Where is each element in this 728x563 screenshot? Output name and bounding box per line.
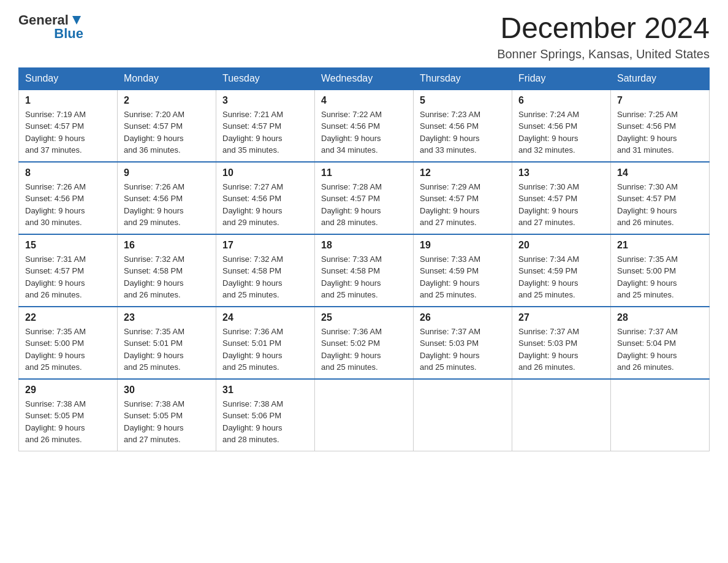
day-number: 19 <box>420 240 506 251</box>
day-number: 17 <box>222 240 308 251</box>
calendar-cell: 14Sunrise: 7:30 AMSunset: 4:57 PMDayligh… <box>611 162 710 234</box>
col-header-tuesday: Tuesday <box>216 67 315 90</box>
day-info: Sunrise: 7:36 AMSunset: 5:02 PMDaylight:… <box>321 326 407 373</box>
day-info: Sunrise: 7:34 AMSunset: 4:59 PMDaylight:… <box>518 253 604 301</box>
calendar-cell: 28Sunrise: 7:37 AMSunset: 5:04 PMDayligh… <box>611 307 710 379</box>
day-number: 18 <box>321 240 407 251</box>
calendar-cell: 23Sunrise: 7:35 AMSunset: 5:01 PMDayligh… <box>118 307 216 379</box>
day-info: Sunrise: 7:38 AMSunset: 5:05 PMDaylight:… <box>25 398 111 446</box>
calendar-cell: 3Sunrise: 7:21 AMSunset: 4:57 PMDaylight… <box>216 90 315 162</box>
calendar-cell: 2Sunrise: 7:20 AMSunset: 4:57 PMDaylight… <box>118 90 216 162</box>
col-header-sunday: Sunday <box>19 67 118 90</box>
day-number: 5 <box>420 95 506 106</box>
col-header-monday: Monday <box>118 67 216 90</box>
title-section: December 2024 Bonner Springs, Kansas, Un… <box>497 12 710 61</box>
svg-marker-0 <box>72 16 81 25</box>
calendar-cell: 26Sunrise: 7:37 AMSunset: 5:03 PMDayligh… <box>414 307 512 379</box>
day-number: 22 <box>25 312 111 323</box>
location-subtitle: Bonner Springs, Kansas, United States <box>497 47 710 61</box>
day-info: Sunrise: 7:37 AMSunset: 5:03 PMDaylight:… <box>420 326 506 373</box>
logo-triangle-icon <box>70 13 83 27</box>
day-info: Sunrise: 7:27 AMSunset: 4:56 PMDaylight:… <box>222 181 308 229</box>
day-number: 14 <box>617 167 703 178</box>
calendar-cell: 4Sunrise: 7:22 AMSunset: 4:56 PMDaylight… <box>315 90 414 162</box>
week-row-1: 1Sunrise: 7:19 AMSunset: 4:57 PMDaylight… <box>19 90 710 162</box>
day-number: 20 <box>518 240 604 251</box>
day-number: 26 <box>420 312 506 323</box>
day-info: Sunrise: 7:30 AMSunset: 4:57 PMDaylight:… <box>518 181 604 229</box>
logo: General Blue <box>18 12 83 42</box>
day-info: Sunrise: 7:23 AMSunset: 4:56 PMDaylight:… <box>420 109 506 156</box>
col-header-saturday: Saturday <box>611 67 710 90</box>
header-row: SundayMondayTuesdayWednesdayThursdayFrid… <box>19 67 710 90</box>
calendar-cell: 8Sunrise: 7:26 AMSunset: 4:56 PMDaylight… <box>19 162 118 234</box>
day-info: Sunrise: 7:37 AMSunset: 5:03 PMDaylight:… <box>518 326 604 373</box>
calendar-cell: 13Sunrise: 7:30 AMSunset: 4:57 PMDayligh… <box>512 162 611 234</box>
day-info: Sunrise: 7:33 AMSunset: 4:59 PMDaylight:… <box>420 253 506 301</box>
day-info: Sunrise: 7:22 AMSunset: 4:56 PMDaylight:… <box>321 109 407 156</box>
day-number: 31 <box>222 385 308 396</box>
day-info: Sunrise: 7:37 AMSunset: 5:04 PMDaylight:… <box>617 326 703 373</box>
calendar-cell: 25Sunrise: 7:36 AMSunset: 5:02 PMDayligh… <box>315 307 414 379</box>
day-info: Sunrise: 7:20 AMSunset: 4:57 PMDaylight:… <box>124 109 210 156</box>
day-info: Sunrise: 7:33 AMSunset: 4:58 PMDaylight:… <box>321 253 407 301</box>
calendar-cell: 22Sunrise: 7:35 AMSunset: 5:00 PMDayligh… <box>19 307 118 379</box>
calendar-cell: 11Sunrise: 7:28 AMSunset: 4:57 PMDayligh… <box>315 162 414 234</box>
calendar-cell <box>315 379 414 451</box>
calendar-cell: 30Sunrise: 7:38 AMSunset: 5:05 PMDayligh… <box>118 379 216 451</box>
day-info: Sunrise: 7:38 AMSunset: 5:06 PMDaylight:… <box>222 398 308 446</box>
calendar-cell: 24Sunrise: 7:36 AMSunset: 5:01 PMDayligh… <box>216 307 315 379</box>
calendar-cell: 12Sunrise: 7:29 AMSunset: 4:57 PMDayligh… <box>414 162 512 234</box>
day-number: 21 <box>617 240 703 251</box>
calendar-cell: 9Sunrise: 7:26 AMSunset: 4:56 PMDaylight… <box>118 162 216 234</box>
day-info: Sunrise: 7:31 AMSunset: 4:57 PMDaylight:… <box>25 253 111 301</box>
calendar-cell: 19Sunrise: 7:33 AMSunset: 4:59 PMDayligh… <box>414 234 512 307</box>
calendar-cell <box>611 379 710 451</box>
calendar-cell: 16Sunrise: 7:32 AMSunset: 4:58 PMDayligh… <box>118 234 216 307</box>
day-number: 24 <box>222 312 308 323</box>
day-info: Sunrise: 7:25 AMSunset: 4:56 PMDaylight:… <box>617 109 703 156</box>
day-info: Sunrise: 7:26 AMSunset: 4:56 PMDaylight:… <box>25 181 111 229</box>
day-number: 27 <box>518 312 604 323</box>
day-info: Sunrise: 7:24 AMSunset: 4:56 PMDaylight:… <box>518 109 604 156</box>
day-info: Sunrise: 7:35 AMSunset: 5:00 PMDaylight:… <box>617 253 703 301</box>
day-number: 3 <box>222 95 308 106</box>
day-number: 10 <box>222 167 308 178</box>
day-info: Sunrise: 7:35 AMSunset: 5:00 PMDaylight:… <box>25 326 111 373</box>
day-info: Sunrise: 7:38 AMSunset: 5:05 PMDaylight:… <box>124 398 210 446</box>
calendar-cell: 6Sunrise: 7:24 AMSunset: 4:56 PMDaylight… <box>512 90 611 162</box>
day-number: 30 <box>124 385 210 396</box>
day-info: Sunrise: 7:21 AMSunset: 4:57 PMDaylight:… <box>222 109 308 156</box>
col-header-wednesday: Wednesday <box>315 67 414 90</box>
calendar-cell: 18Sunrise: 7:33 AMSunset: 4:58 PMDayligh… <box>315 234 414 307</box>
day-info: Sunrise: 7:28 AMSunset: 4:57 PMDaylight:… <box>321 181 407 229</box>
day-info: Sunrise: 7:30 AMSunset: 4:57 PMDaylight:… <box>617 181 703 229</box>
week-row-2: 8Sunrise: 7:26 AMSunset: 4:56 PMDaylight… <box>19 162 710 234</box>
logo-blue: Blue <box>54 26 83 42</box>
calendar-table: SundayMondayTuesdayWednesdayThursdayFrid… <box>18 67 710 451</box>
week-row-5: 29Sunrise: 7:38 AMSunset: 5:05 PMDayligh… <box>19 379 710 451</box>
day-number: 6 <box>518 95 604 106</box>
calendar-cell: 27Sunrise: 7:37 AMSunset: 5:03 PMDayligh… <box>512 307 611 379</box>
month-year-title: December 2024 <box>497 12 710 45</box>
day-number: 15 <box>25 240 111 251</box>
day-number: 29 <box>25 385 111 396</box>
day-number: 9 <box>124 167 210 178</box>
day-number: 12 <box>420 167 506 178</box>
day-number: 7 <box>617 95 703 106</box>
week-row-3: 15Sunrise: 7:31 AMSunset: 4:57 PMDayligh… <box>19 234 710 307</box>
day-info: Sunrise: 7:36 AMSunset: 5:01 PMDaylight:… <box>222 326 308 373</box>
day-info: Sunrise: 7:32 AMSunset: 4:58 PMDaylight:… <box>124 253 210 301</box>
day-info: Sunrise: 7:29 AMSunset: 4:57 PMDaylight:… <box>420 181 506 229</box>
day-number: 23 <box>124 312 210 323</box>
calendar-cell: 1Sunrise: 7:19 AMSunset: 4:57 PMDaylight… <box>19 90 118 162</box>
calendar-cell: 21Sunrise: 7:35 AMSunset: 5:00 PMDayligh… <box>611 234 710 307</box>
day-number: 25 <box>321 312 407 323</box>
day-info: Sunrise: 7:19 AMSunset: 4:57 PMDaylight:… <box>25 109 111 156</box>
week-row-4: 22Sunrise: 7:35 AMSunset: 5:00 PMDayligh… <box>19 307 710 379</box>
day-number: 16 <box>124 240 210 251</box>
page-header: General Blue December 2024 Bonner Spring… <box>18 12 710 61</box>
day-number: 13 <box>518 167 604 178</box>
calendar-cell: 15Sunrise: 7:31 AMSunset: 4:57 PMDayligh… <box>19 234 118 307</box>
day-number: 8 <box>25 167 111 178</box>
